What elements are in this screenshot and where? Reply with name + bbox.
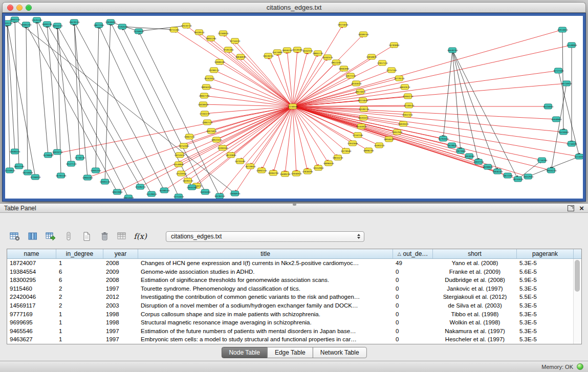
graph-node[interactable]: 14957944 <box>392 129 403 135</box>
network-graph[interactable]: 1724058418711365126107341642051419861204… <box>5 16 583 199</box>
graph-node[interactable]: 19752304 <box>179 143 189 148</box>
graph-node[interactable]: 12940694 <box>105 19 116 25</box>
graph-node[interactable]: 18655234 <box>333 155 343 160</box>
cell-year[interactable]: 1998 <box>103 310 138 319</box>
graph-node[interactable]: 16779114 <box>394 76 405 81</box>
cell-name[interactable]: 19384554 <box>7 268 56 276</box>
graph-node[interactable]: 18164634 <box>351 81 362 86</box>
graph-node[interactable]: 16719644 <box>245 164 256 169</box>
graph-node[interactable]: 13067134 <box>184 134 195 139</box>
new-column-icon[interactable] <box>80 229 93 244</box>
tab-network-table[interactable]: Network Table <box>313 347 367 358</box>
delete-column-icon[interactable] <box>98 229 111 244</box>
graph-node[interactable]: 16705184 <box>56 173 67 178</box>
cell-title[interactable]: Investigating the contribution of common… <box>138 293 393 301</box>
tab-edge-table[interactable]: Edge Table <box>267 347 313 358</box>
cell-short[interactable]: Hescheler et al. (1997) <box>433 335 517 344</box>
graph-node[interactable]: 16536244 <box>214 193 225 199</box>
graph-node[interactable]: 17710354 <box>567 141 577 146</box>
cell-out_degree[interactable]: 0 <box>393 310 433 319</box>
cell-in_degree[interactable]: 1 <box>56 318 103 327</box>
graph-node[interactable]: 14434054 <box>543 104 554 109</box>
graph-node[interactable]: 13904384 <box>82 175 93 180</box>
cell-short[interactable]: Jankovic et al. (1997) <box>433 285 517 293</box>
graph-node[interactable]: 15905134 <box>100 179 111 184</box>
table-scrollbar[interactable] <box>573 259 581 344</box>
close-button[interactable] <box>7 5 13 11</box>
scrollbar-thumb[interactable] <box>575 260 580 292</box>
graph-node[interactable]: 18922414 <box>211 137 222 142</box>
cell-name[interactable]: 9115460 <box>7 285 56 293</box>
graph-node[interactable]: 14618234 <box>263 53 274 58</box>
cell-pagerank[interactable]: 5.6E-5 <box>517 268 574 276</box>
float-panel-icon[interactable] <box>568 205 574 211</box>
graph-node[interactable]: 17192634 <box>117 24 128 29</box>
graph-node[interactable]: 17873964 <box>455 148 466 154</box>
cell-out_degree[interactable]: 0 <box>393 301 433 310</box>
cell-out_degree[interactable]: 0 <box>393 285 433 293</box>
graph-node[interactable]: 15652924 <box>523 174 534 179</box>
graph-node[interactable]: 17641264 <box>187 185 198 190</box>
graph-node[interactable]: 15977154 <box>345 73 356 78</box>
graph-node[interactable]: 17635104 <box>32 17 42 23</box>
import-table-icon[interactable] <box>44 229 57 244</box>
graph-node[interactable]: 16253414 <box>175 152 185 158</box>
cell-short[interactable]: de Silva et al. (2003) <box>433 301 517 310</box>
column-header-year[interactable]: year <box>103 249 138 258</box>
graph-node[interactable]: 13046164 <box>492 169 503 174</box>
cell-name[interactable]: 18300295 <box>7 276 56 285</box>
cell-short[interactable]: Wolkin et al. (1998) <box>433 318 517 327</box>
close-panel-icon[interactable]: × <box>579 205 584 212</box>
graph-node[interactable]: 16047734 <box>473 159 484 164</box>
graph-node[interactable]: 15914844 <box>557 27 568 32</box>
graph-node[interactable]: 16164024 <box>356 124 367 129</box>
graph-node[interactable]: 18133884 <box>226 152 236 158</box>
graph-node[interactable]: 13350924 <box>5 168 15 173</box>
graph-node[interactable]: 14506744 <box>359 106 369 112</box>
graph-node[interactable]: 13200174 <box>209 68 220 73</box>
graph-node[interactable]: 17535914 <box>176 171 187 176</box>
graph-node[interactable]: 18309744 <box>358 32 369 37</box>
graph-node[interactable]: 14850834 <box>366 54 377 59</box>
graph-node[interactable]: 16420514 <box>194 30 205 35</box>
cell-pagerank[interactable]: 5.9E-5 <box>517 276 574 285</box>
graph-node[interactable]: 19245024 <box>513 177 524 182</box>
graph-node[interactable]: 15940904 <box>551 117 562 122</box>
cell-in_degree[interactable]: 1 <box>56 327 103 336</box>
column-header-name[interactable]: name <box>7 249 56 258</box>
cell-out_degree[interactable]: 0 <box>393 268 433 276</box>
cell-pagerank[interactable]: 5.5E-5 <box>517 293 574 301</box>
cell-title[interactable]: Genome-wide association studies in ADHD. <box>138 268 393 276</box>
graph-node[interactable]: 17830394 <box>302 169 313 174</box>
graph-node[interactable]: 19734934 <box>561 81 572 86</box>
graph-node[interactable]: 13653424 <box>123 195 134 199</box>
graph-node[interactable]: 16594124 <box>183 178 193 183</box>
window-titlebar[interactable]: citations_edges.txt <box>2 2 586 13</box>
graph-node[interactable]: 12751654 <box>173 194 184 199</box>
graph-node[interactable]: 21064274 <box>403 94 413 99</box>
graph-node[interactable]: 14527114 <box>66 161 77 166</box>
cell-short[interactable]: Yano et al. (2008) <box>433 259 517 268</box>
graph-node[interactable]: 14093784 <box>42 21 53 27</box>
table-selector-dropdown[interactable]: citations_edges.txt <box>166 231 364 242</box>
graph-node[interactable]: 16534664 <box>558 129 569 135</box>
graph-node[interactable]: 16374844 <box>358 98 368 103</box>
graph-node[interactable]: 15689234 <box>280 171 291 177</box>
graph-node[interactable]: 17746734 <box>75 155 85 160</box>
cell-out_degree[interactable]: 0 <box>393 327 433 336</box>
graph-node[interactable]: 16944234 <box>546 168 557 173</box>
graph-node[interactable]: 16052194 <box>14 164 25 169</box>
graph-node[interactable]: 16791924 <box>438 136 449 141</box>
graph-node[interactable]: 11548084 <box>567 42 577 48</box>
graph-node[interactable]: 16162554 <box>302 48 313 53</box>
graph-node[interactable]: 22047354 <box>402 112 413 117</box>
graph-node[interactable]: 16846910 <box>235 54 246 59</box>
graph-node[interactable]: 17439274 <box>135 184 146 189</box>
cell-pagerank[interactable]: 5.3E-5 <box>517 318 574 327</box>
column-header-pagerank[interactable]: pagerank <box>517 249 574 258</box>
graph-node[interactable]: 16846244 <box>282 48 293 53</box>
graph-node[interactable]: 16096444 <box>323 161 334 166</box>
graph-node[interactable]: 16872394 <box>503 173 513 178</box>
graph-node[interactable]: 16654224 <box>52 23 63 28</box>
graph-node[interactable]: 15582474 <box>322 55 333 60</box>
